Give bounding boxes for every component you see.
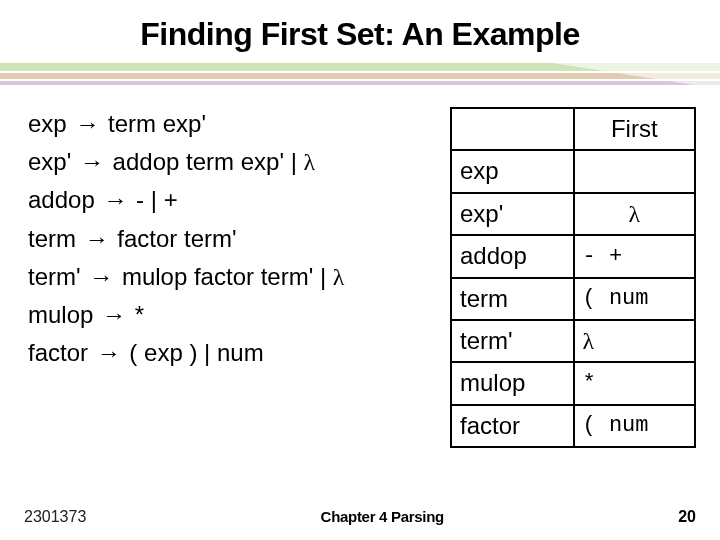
chapter-label: Chapter 4 Parsing: [321, 508, 444, 525]
table-cell-nonterminal: term: [451, 278, 574, 320]
grammar-rule: exp → term exp': [28, 105, 438, 143]
first-set-table: First expexp'λaddop- +term( numterm'λmul…: [450, 107, 696, 448]
arrow-icon: →: [101, 187, 129, 213]
table-cell-nonterminal: exp': [451, 193, 574, 235]
table-header-first: First: [574, 108, 695, 150]
table-cell-first: ( num: [574, 278, 695, 320]
table-row: term( num: [451, 278, 695, 320]
grammar-rule: term → factor term': [28, 220, 438, 258]
arrow-icon: →: [78, 149, 106, 175]
grammar-rule: factor → ( exp ) | num: [28, 334, 438, 372]
arrow-icon: →: [100, 302, 128, 328]
content-area: exp → term exp'exp' → addop term exp' | …: [0, 87, 720, 448]
table-cell-first: ( num: [574, 405, 695, 447]
footer: 2301373 Chapter 4 Parsing 20: [0, 508, 720, 526]
table-row: factor( num: [451, 405, 695, 447]
lambda-icon: λ: [304, 149, 316, 175]
table-cell-nonterminal: mulop: [451, 362, 574, 404]
decorative-stripes: [0, 63, 720, 87]
table-cell-nonterminal: exp: [451, 150, 574, 192]
table-cell-first: [574, 150, 695, 192]
grammar-rule: mulop → *: [28, 296, 438, 334]
table-cell-first: λ: [574, 320, 695, 362]
table-cell-nonterminal: term': [451, 320, 574, 362]
arrow-icon: →: [95, 340, 123, 366]
table-header-nonterminal: [451, 108, 574, 150]
grammar-rule: addop → - | +: [28, 181, 438, 219]
first-set-table-wrap: First expexp'λaddop- +term( numterm'λmul…: [450, 105, 696, 448]
arrow-icon: →: [83, 226, 111, 252]
table-cell-nonterminal: factor: [451, 405, 574, 447]
table-row: addop- +: [451, 235, 695, 277]
table-row: term'λ: [451, 320, 695, 362]
page-number: 20: [678, 508, 696, 526]
grammar-rule: exp' → addop term exp' | λ: [28, 143, 438, 181]
table-cell-nonterminal: addop: [451, 235, 574, 277]
table-cell-first: - +: [574, 235, 695, 277]
table-row: exp'λ: [451, 193, 695, 235]
lambda-icon: λ: [333, 264, 345, 290]
table-row: exp: [451, 150, 695, 192]
grammar-block: exp → term exp'exp' → addop term exp' | …: [28, 105, 438, 448]
grammar-rule: term' → mulop factor term' | λ: [28, 258, 438, 296]
page-title: Finding First Set: An Example: [0, 0, 720, 61]
course-code: 2301373: [24, 508, 86, 526]
arrow-icon: →: [87, 264, 115, 290]
table-cell-first: λ: [574, 193, 695, 235]
arrow-icon: →: [73, 111, 101, 137]
table-cell-first: *: [574, 362, 695, 404]
table-row: mulop*: [451, 362, 695, 404]
